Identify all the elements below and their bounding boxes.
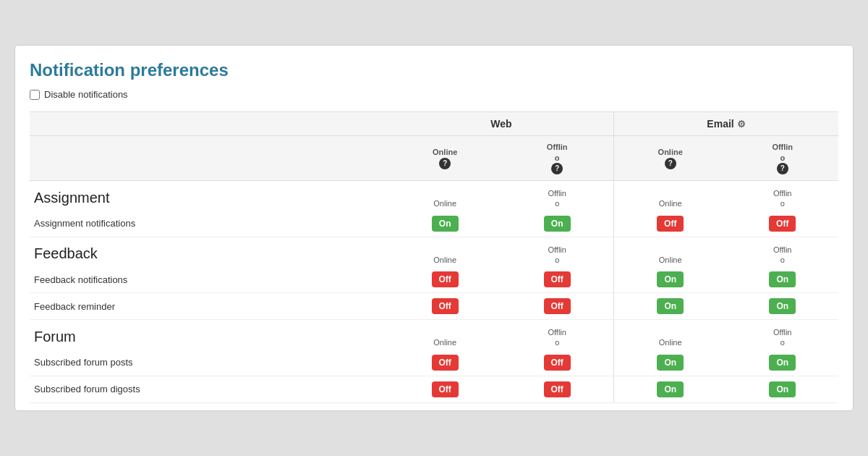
notification-label: Feedback reminder: [30, 293, 389, 320]
category-row: ForumOnlineOfflinoOnlineOfflino: [30, 320, 838, 350]
toggle-on-button[interactable]: On: [432, 216, 459, 232]
email-offline-help-icon[interactable]: ?: [777, 163, 788, 174]
notification-preferences-card: Notification preferences Disable notific…: [14, 45, 854, 410]
category-name: Feedback: [30, 237, 389, 266]
table-row: Assignment notificationsOnOnOffOff: [30, 211, 838, 237]
email-header-cell: Email ⚙: [613, 112, 838, 136]
notification-label: Assignment notifications: [30, 211, 389, 237]
toggle-off-button[interactable]: Off: [432, 271, 459, 287]
toggle-off-button[interactable]: Off: [544, 271, 571, 287]
toggle-off-button[interactable]: Off: [432, 298, 459, 314]
toggle-on-button[interactable]: On: [769, 355, 796, 371]
toggle-on-button[interactable]: On: [769, 298, 796, 314]
toggle-on-button[interactable]: On: [657, 298, 684, 314]
web-offline-help-icon[interactable]: ?: [551, 163, 563, 174]
web-online-header: Online ?: [389, 136, 501, 181]
toggle-off-button[interactable]: Off: [657, 216, 684, 232]
toggle-off-button[interactable]: Off: [432, 381, 459, 397]
web-online-help-icon[interactable]: ?: [439, 158, 451, 169]
table-row: Subscribed forum digostsOffOffOnOn: [30, 376, 838, 402]
toggle-on-button[interactable]: On: [657, 355, 684, 371]
table-row: Feedback reminderOffOffOnOn: [30, 293, 838, 320]
toggle-on-button[interactable]: On: [769, 381, 796, 397]
toggle-on-button[interactable]: On: [657, 381, 684, 397]
toggle-off-button[interactable]: Off: [769, 216, 796, 232]
email-header-label: Email: [707, 118, 733, 130]
web-offline-header: Offlin o ?: [501, 136, 613, 181]
toggle-on-button[interactable]: On: [544, 216, 571, 232]
table-row: Feedback notificationsOffOffOnOn: [30, 266, 838, 293]
category-row: AssignmentOnlineOfflinoOnlineOfflino: [30, 180, 838, 210]
toggle-off-button[interactable]: Off: [432, 355, 459, 371]
disable-notifications-checkbox[interactable]: [30, 90, 40, 100]
toggle-off-button[interactable]: Off: [544, 298, 571, 314]
empty-header: [30, 112, 389, 136]
preferences-table: Web Email ⚙ Online ? Offlin o: [30, 111, 838, 402]
empty-sub-header: [30, 136, 389, 181]
email-online-help-icon[interactable]: ?: [665, 158, 676, 169]
notification-label: Feedback notifications: [30, 266, 389, 293]
notification-label: Subscribed forum digosts: [30, 376, 389, 402]
notification-label: Subscribed forum posts: [30, 350, 389, 376]
page-title: Notification preferences: [30, 60, 838, 80]
category-row: FeedbackOnlineOfflinoOnlineOfflino: [30, 237, 838, 266]
toggle-off-button[interactable]: Off: [544, 355, 571, 371]
disable-notifications-label: Disable notifications: [44, 89, 128, 100]
table-row: Subscribed forum postsOffOffOnOn: [30, 350, 838, 376]
category-name: Forum: [30, 320, 389, 350]
toggle-off-button[interactable]: Off: [544, 381, 571, 397]
email-offline-header: Offlin o ?: [726, 136, 838, 181]
gear-icon[interactable]: ⚙: [737, 119, 746, 130]
email-online-header: Online ?: [613, 136, 726, 181]
web-header: Web: [389, 112, 614, 136]
toggle-on-button[interactable]: On: [657, 271, 684, 287]
disable-notifications-row: Disable notifications: [30, 89, 838, 100]
category-name: Assignment: [30, 180, 389, 210]
toggle-on-button[interactable]: On: [769, 271, 796, 287]
